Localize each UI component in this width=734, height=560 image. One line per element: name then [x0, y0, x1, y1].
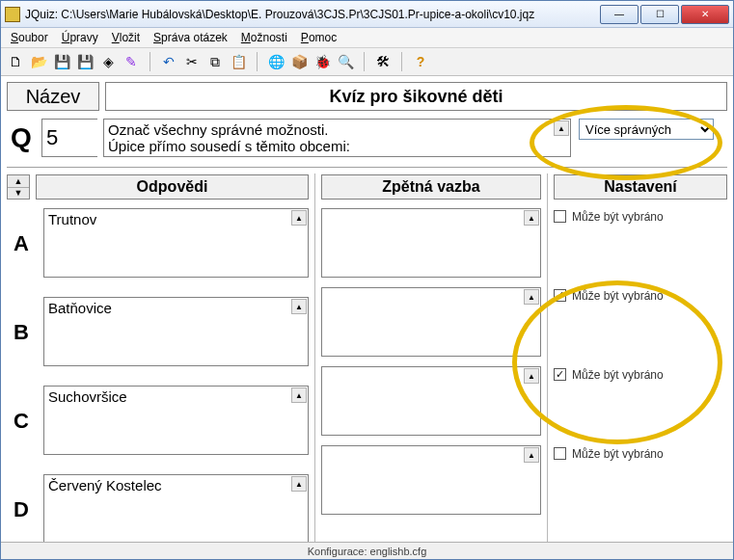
copy-icon[interactable]: ⧉: [206, 53, 224, 70]
question-scroll[interactable]: ▲: [554, 120, 569, 155]
quiz-title-field[interactable]: Kvíz pro šikovné děti: [105, 82, 727, 111]
answer-row: ATrutnov▲: [7, 208, 309, 287]
feedback-scroll[interactable]: ▲: [524, 368, 539, 434]
odpovedi-header[interactable]: Odpovědi: [36, 174, 309, 200]
nazev-label: Název: [7, 82, 99, 111]
cut-icon[interactable]: ✂: [183, 53, 201, 70]
answer-scroll[interactable]: ▲: [291, 299, 307, 364]
can-be-selected-label: Může být vybráno: [572, 289, 664, 303]
menu-soubor[interactable]: Soubor: [5, 29, 54, 46]
order-up-icon[interactable]: ▲: [8, 175, 29, 188]
bug-icon[interactable]: 🐞: [313, 53, 331, 70]
setting-row: Může být vybráno: [554, 208, 727, 278]
answer-order-spinner[interactable]: ▲ ▼: [7, 174, 30, 200]
scroll-up-icon[interactable]: ▲: [291, 387, 307, 403]
app-window: JQuiz: C:\Users\Marie Hubálovská\Desktop…: [0, 0, 734, 560]
answer-row: CSuchovršice▲: [7, 386, 309, 465]
menubar: Soubor Úpravy Vložit Správa otázek Možno…: [1, 28, 733, 47]
paste-icon[interactable]: 📋: [230, 53, 247, 70]
answer-row: DČervený Kostelec▲: [7, 474, 309, 542]
feedback-column: Zpětná vazba ▲▲▲▲: [315, 173, 548, 542]
maximize-button[interactable]: ☐: [640, 5, 679, 24]
can-be-selected-checkbox[interactable]: [554, 210, 566, 223]
answer-text-field[interactable]: Trutnov▲: [43, 208, 309, 278]
answer-text: Suchovršice: [48, 388, 127, 405]
question-text-content: Označ všechny správné možnosti. Úpice př…: [108, 121, 350, 154]
nastaveni-header[interactable]: Nastavení: [554, 174, 727, 200]
scroll-up-icon[interactable]: ▲: [524, 289, 539, 305]
save-icon[interactable]: 💾: [53, 53, 70, 70]
setting-row: Může být vybráno: [554, 287, 727, 357]
minimize-button[interactable]: —: [600, 5, 639, 24]
question-type-select[interactable]: Více správných: [579, 119, 714, 140]
feedback-text-field[interactable]: ▲: [321, 366, 541, 436]
question-number-wrap: ▲ ▼: [41, 119, 97, 157]
menu-vlozit[interactable]: Vložit: [106, 29, 146, 46]
open-icon[interactable]: 📂: [30, 53, 47, 70]
can-be-selected-checkbox[interactable]: [554, 368, 566, 381]
feedback-scroll[interactable]: ▲: [524, 289, 539, 355]
answer-text-field[interactable]: Batňovice▲: [43, 297, 309, 366]
answer-letter: B: [7, 297, 36, 345]
order-down-icon[interactable]: ▼: [8, 188, 29, 200]
undo-icon[interactable]: ↶: [160, 53, 177, 70]
zpetna-header[interactable]: Zpětná vazba: [321, 174, 541, 200]
help-icon[interactable]: ?: [412, 53, 429, 70]
feedback-text-field[interactable]: ▲: [321, 208, 541, 278]
scroll-up-icon[interactable]: ▲: [524, 210, 539, 226]
answer-text: Červený Kostelec: [48, 477, 162, 493]
can-be-selected-checkbox[interactable]: [554, 289, 566, 302]
web-icon[interactable]: 🌐: [267, 53, 285, 70]
answer-letter: C: [7, 386, 36, 434]
window-title: JQuiz: C:\Users\Marie Hubálovská\Desktop…: [25, 8, 600, 21]
config-icon[interactable]: 🛠: [374, 53, 392, 70]
scroll-up-icon[interactable]: ▲: [524, 368, 539, 384]
feedback-scroll[interactable]: ▲: [524, 447, 539, 513]
menu-pomoc[interactable]: Pomoc: [295, 29, 342, 46]
answer-letter: D: [7, 474, 36, 522]
statusbar: Konfigurace: englishb.cfg: [1, 542, 733, 559]
close-button[interactable]: ✕: [681, 5, 729, 24]
question-text-field[interactable]: Označ všechny správné možnosti. Úpice př…: [103, 119, 571, 157]
answer-text: Trutnov: [48, 211, 96, 227]
answer-text-field[interactable]: Suchovršice▲: [43, 386, 309, 455]
can-be-selected-label: Může být vybráno: [572, 447, 664, 461]
export-icon[interactable]: ◈: [99, 53, 117, 70]
content-area: Název Kvíz pro šikovné děti Q ▲ ▼ Označ …: [1, 76, 733, 542]
can-be-selected-label: Může být vybráno: [572, 368, 664, 382]
scroll-up-icon[interactable]: ▲: [291, 299, 307, 314]
scroll-up-icon[interactable]: ▲: [291, 476, 307, 492]
answers-column: ▲ ▼ Odpovědi ATrutnov▲BBatňovice▲CSuchov…: [7, 173, 315, 542]
can-be-selected-label: Může být vybráno: [572, 210, 664, 224]
feedback-text-field[interactable]: ▲: [321, 287, 541, 357]
scroll-up-icon[interactable]: ▲: [524, 447, 539, 463]
menu-sprava[interactable]: Správa otázek: [148, 29, 233, 46]
titlebar: JQuiz: C:\Users\Marie Hubálovská\Desktop…: [1, 1, 733, 28]
window-controls: — ☐ ✕: [600, 5, 729, 24]
menu-moznosti[interactable]: Možnosti: [235, 29, 293, 46]
answer-text: Batňovice: [48, 300, 112, 316]
new-icon[interactable]: 🗋: [7, 53, 24, 70]
setting-row: Může být vybráno: [554, 366, 727, 436]
answer-letter: A: [7, 208, 36, 256]
feedback-text-field[interactable]: ▲: [321, 445, 541, 515]
answer-scroll[interactable]: ▲: [291, 387, 307, 453]
settings-column: Nastavení Může být vybránoMůže být vybrá…: [548, 173, 727, 542]
q-label: Q: [7, 119, 36, 157]
append-icon[interactable]: ✎: [122, 53, 140, 70]
setting-row: Může být vybráno: [554, 445, 727, 515]
saveall-icon[interactable]: 💾: [76, 53, 94, 70]
zip-icon[interactable]: 📦: [290, 53, 308, 70]
answer-scroll[interactable]: ▲: [291, 210, 307, 276]
can-be-selected-checkbox[interactable]: [554, 447, 566, 460]
scroll-up-icon[interactable]: ▲: [554, 120, 569, 136]
preview-icon[interactable]: 🔍: [337, 53, 354, 70]
menu-upravy[interactable]: Úpravy: [56, 29, 104, 46]
feedback-scroll[interactable]: ▲: [524, 210, 539, 276]
answer-scroll[interactable]: ▲: [291, 476, 307, 542]
status-text: Konfigurace: englishb.cfg: [308, 546, 427, 557]
answer-text-field[interactable]: Červený Kostelec▲: [43, 474, 309, 542]
answer-row: BBatňovice▲: [7, 297, 309, 376]
app-icon: [5, 7, 20, 22]
scroll-up-icon[interactable]: ▲: [291, 210, 307, 226]
